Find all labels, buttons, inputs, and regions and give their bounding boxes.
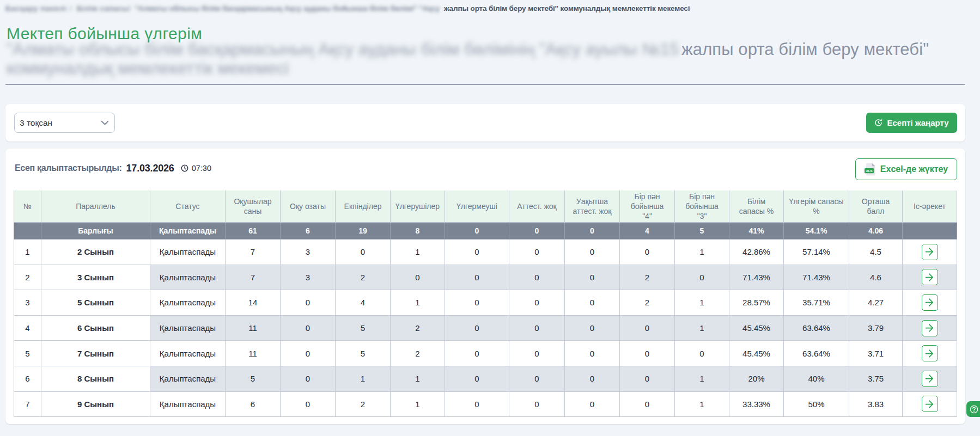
- svg-text:XLS: XLS: [866, 169, 873, 173]
